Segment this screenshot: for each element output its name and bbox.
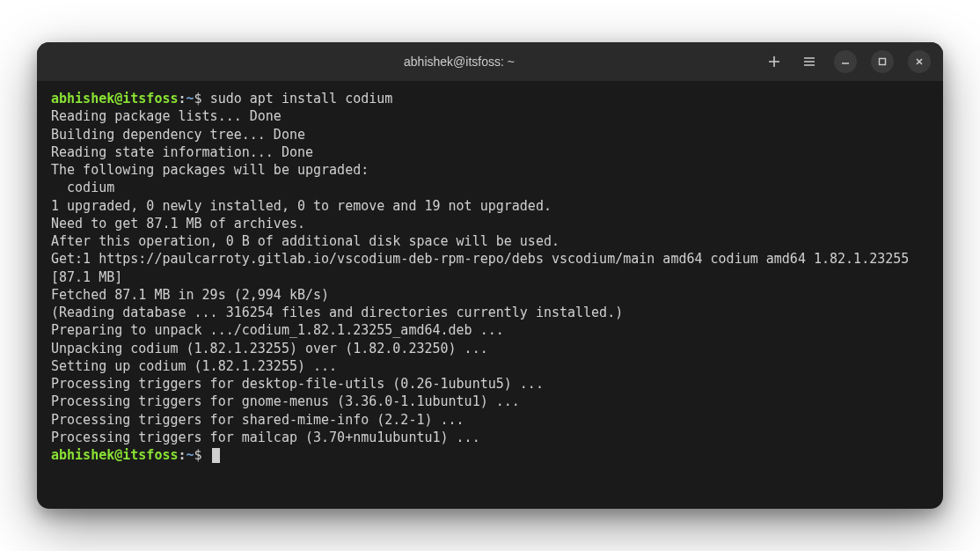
window-title: abhishek@itsfoss: ~ <box>155 55 764 69</box>
output-line: Processing triggers for mailcap (3.70+nm… <box>51 429 929 446</box>
prompt-symbol: $ <box>194 91 202 107</box>
close-button[interactable] <box>908 50 931 73</box>
terminal-window: abhishek@itsfoss: ~ abhishek@itsfoss:~$ … <box>37 42 943 509</box>
output-line: After this operation, 0 B of additional … <box>51 232 929 250</box>
prompt-colon: : <box>179 447 186 463</box>
output-line: Fetched 87.1 MB in 29s (2,994 kB/s) <box>51 286 929 304</box>
output-line: Setting up codium (1.82.1.23255) ... <box>51 357 929 375</box>
output-line: Unpacking codium (1.82.1.23255) over (1.… <box>51 340 929 357</box>
prompt-symbol: $ <box>194 447 202 463</box>
output-line: Reading state information... Done <box>51 143 929 161</box>
maximize-button[interactable] <box>871 50 894 73</box>
prompt-path: ~ <box>186 91 194 107</box>
hamburger-menu-button[interactable] <box>799 51 820 72</box>
prompt-colon: : <box>179 91 186 107</box>
output-line: Processing triggers for desktop-file-uti… <box>51 375 929 393</box>
svg-rect-0 <box>880 59 886 65</box>
terminal-body[interactable]: abhishek@itsfoss:~$ sudo apt install cod… <box>37 81 943 509</box>
output-line: Need to get 87.1 MB of archives. <box>51 215 929 232</box>
output-line: Get:1 https://paulcarroty.gitlab.io/vsco… <box>51 250 929 286</box>
output-line: The following packages will be upgraded: <box>51 161 929 179</box>
output-line: (Reading database ... 316254 files and d… <box>51 304 929 321</box>
titlebar: abhishek@itsfoss: ~ <box>37 42 943 81</box>
titlebar-controls <box>764 50 931 73</box>
prompt-user-host: abhishek@itsfoss <box>51 91 179 107</box>
output-line: Processing triggers for gnome-menus (3.3… <box>51 393 929 410</box>
entered-command: sudo apt install codium <box>210 91 393 107</box>
prompt-path: ~ <box>186 447 194 463</box>
prompt-line: abhishek@itsfoss:~$ <box>51 446 929 464</box>
new-tab-button[interactable] <box>764 51 785 72</box>
output-line: codium <box>51 179 929 196</box>
output-line: Preparing to unpack .../codium_1.82.1.23… <box>51 321 929 339</box>
cursor-icon <box>212 448 220 463</box>
minimize-button[interactable] <box>834 50 857 73</box>
output-line: 1 upgraded, 0 newly installed, 0 to remo… <box>51 197 929 215</box>
command-line: abhishek@itsfoss:~$ sudo apt install cod… <box>51 90 929 107</box>
output-line: Processing triggers for shared-mime-info… <box>51 411 929 429</box>
prompt-user-host: abhishek@itsfoss <box>51 447 179 463</box>
output-line: Reading package lists... Done <box>51 107 929 125</box>
output-line: Building dependency tree... Done <box>51 126 929 143</box>
